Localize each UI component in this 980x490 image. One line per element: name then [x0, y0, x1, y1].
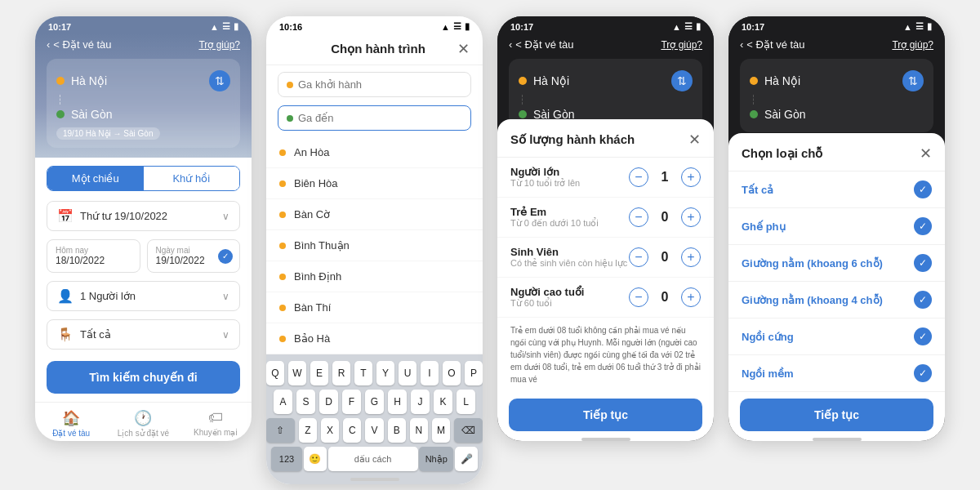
- list-item[interactable]: An Hòa: [266, 137, 483, 168]
- key-d[interactable]: D: [319, 390, 338, 414]
- destination-name-4: Sài Gòn: [764, 108, 924, 121]
- help-link-1[interactable]: Trợ giúp?: [198, 39, 240, 51]
- seat-type-row[interactable]: 🪑 Tất cả ∨: [47, 319, 240, 350]
- seat-icon: 🪑: [57, 327, 74, 342]
- station-dot-6: [279, 305, 286, 311]
- key-v[interactable]: V: [365, 418, 383, 443]
- key-u[interactable]: U: [399, 361, 416, 385]
- departure-input[interactable]: [298, 78, 462, 91]
- key-t[interactable]: T: [354, 361, 372, 385]
- key-y[interactable]: Y: [376, 361, 394, 385]
- key-enter[interactable]: Nhập: [419, 447, 453, 471]
- key-x[interactable]: X: [321, 418, 339, 443]
- seat-type-soft[interactable]: Ngồi mềm ✓: [728, 355, 945, 392]
- adult-decrement[interactable]: −: [629, 167, 648, 187]
- chevron-down-icon-2: ∨: [222, 291, 229, 302]
- tab-one-way[interactable]: Một chiều: [47, 167, 144, 190]
- arrival-input[interactable]: [298, 112, 462, 124]
- student-counter: − 0 +: [629, 247, 701, 267]
- key-z[interactable]: Z: [299, 418, 317, 443]
- status-bar-3: 10:17 ▲ ☰ ▮: [497, 16, 714, 33]
- list-item[interactable]: Bình Định: [266, 261, 483, 292]
- key-n[interactable]: N: [410, 418, 428, 443]
- close-button-seat-type[interactable]: ✕: [920, 145, 932, 163]
- wifi-icon-2: ☰: [453, 21, 461, 32]
- date-picker-row[interactable]: 📅 Thứ tư 19/10/2022 ∨: [47, 201, 240, 231]
- nav-history[interactable]: 🕐 Lịch sử đặt vé: [107, 409, 179, 438]
- list-item[interactable]: Bàn Thí: [266, 292, 483, 323]
- list-item[interactable]: Bảo Hà: [266, 323, 483, 354]
- nav-promotions[interactable]: 🏷 Khuyến mại: [180, 409, 252, 438]
- tomorrow-cell[interactable]: Ngày mai 19/10/2022 ✓: [147, 239, 241, 273]
- swap-button[interactable]: ⇅: [209, 70, 230, 91]
- arrival-search[interactable]: [278, 105, 471, 131]
- back-button-1[interactable]: ‹ < Đặt vé tàu: [47, 38, 112, 51]
- seat-type-all-label: Tất cả: [742, 184, 773, 196]
- seat-type-hard[interactable]: Ngồi cứng ✓: [728, 318, 945, 355]
- senior-decrement[interactable]: −: [629, 287, 648, 307]
- list-item[interactable]: Biên Hòa: [266, 168, 483, 199]
- back-label-3: < Đặt vé tàu: [515, 38, 573, 51]
- key-a[interactable]: A: [274, 390, 292, 414]
- list-item[interactable]: Bình Thuận: [266, 230, 483, 261]
- key-g[interactable]: G: [365, 390, 384, 414]
- key-space[interactable]: dấu cách: [328, 447, 418, 471]
- senior-increment[interactable]: +: [681, 287, 701, 307]
- swap-button-3[interactable]: ⇅: [671, 70, 693, 91]
- continue-button-passengers[interactable]: Tiếp tục: [509, 399, 702, 431]
- close-button-route[interactable]: ✕: [457, 40, 470, 58]
- key-shift[interactable]: ⇧: [266, 418, 295, 443]
- close-button-passengers[interactable]: ✕: [688, 131, 701, 149]
- key-l[interactable]: L: [457, 390, 475, 414]
- seat-type-berth6[interactable]: Giường nằm (khoang 6 chỗ) ✓: [728, 245, 945, 282]
- key-r[interactable]: R: [332, 361, 350, 385]
- seat-type-extra[interactable]: Ghế phụ ✓: [728, 208, 945, 245]
- key-backspace[interactable]: ⌫: [454, 418, 483, 443]
- seat-type-berth4[interactable]: Giường nằm (khoang 4 chỗ) ✓: [728, 282, 945, 318]
- continue-button-seat[interactable]: Tiếp tục: [740, 399, 933, 431]
- key-emoji[interactable]: 🙂: [304, 447, 327, 471]
- today-cell[interactable]: Hôm nay 18/10/2022: [47, 239, 140, 273]
- key-s[interactable]: S: [296, 390, 315, 414]
- back-button-3[interactable]: ‹ < Đặt vé tàu: [509, 38, 574, 51]
- search-button[interactable]: Tìm kiếm chuyến đi: [47, 361, 240, 394]
- child-increment[interactable]: +: [681, 207, 701, 227]
- seat-type-all[interactable]: Tất cả ✓: [728, 172, 945, 208]
- key-m[interactable]: M: [432, 418, 450, 443]
- check-berth6: ✓: [914, 254, 932, 272]
- key-f[interactable]: F: [342, 390, 361, 414]
- key-k[interactable]: K: [434, 390, 452, 414]
- back-button-4[interactable]: ‹ < Đặt vé tàu: [740, 38, 805, 51]
- departure-search[interactable]: [278, 72, 471, 97]
- keyboard-bottom-row: 123 🙂 dấu cách Nhập 🎤: [266, 447, 483, 471]
- key-h[interactable]: H: [388, 390, 407, 414]
- student-decrement[interactable]: −: [629, 247, 648, 267]
- student-increment[interactable]: +: [681, 247, 701, 267]
- time-1: 10:17: [48, 22, 71, 32]
- key-c[interactable]: C: [343, 418, 361, 443]
- help-link-4[interactable]: Trợ giúp?: [892, 39, 933, 51]
- key-mic[interactable]: 🎤: [455, 447, 478, 471]
- key-i[interactable]: I: [421, 361, 439, 385]
- key-123[interactable]: 123: [271, 447, 302, 471]
- key-w[interactable]: W: [288, 361, 306, 385]
- key-o[interactable]: O: [443, 361, 461, 385]
- date-quick-select: Hôm nay 18/10/2022 Ngày mai 19/10/2022 ✓: [47, 239, 240, 273]
- hero-section: ‹ < Đặt vé tàu Trợ giúp? Hà Nội ⇅ Sài Gò…: [35, 33, 252, 158]
- passengers-row[interactable]: 👤 1 Người lớn ∨: [47, 281, 240, 311]
- swap-button-4[interactable]: ⇅: [902, 70, 924, 91]
- key-b[interactable]: B: [388, 418, 406, 443]
- list-item[interactable]: Bàn Cờ: [266, 199, 483, 230]
- key-p[interactable]: P: [465, 361, 483, 385]
- nav-booking[interactable]: 🏠 Đặt vé tàu: [35, 409, 107, 438]
- key-e[interactable]: E: [310, 361, 328, 385]
- key-j[interactable]: J: [411, 390, 430, 414]
- child-decrement[interactable]: −: [629, 207, 648, 227]
- tab-round-trip[interactable]: Khứ hồi: [144, 167, 240, 190]
- adult-increment[interactable]: +: [681, 167, 701, 187]
- keyboard-row-3: ⇧ Z X C V B N M ⌫: [266, 418, 483, 443]
- seat-type-hard-label: Ngồi cứng: [742, 331, 794, 343]
- help-link-3[interactable]: Trợ giúp?: [661, 39, 702, 51]
- key-q[interactable]: Q: [266, 361, 284, 385]
- status-bar-2: 10:16 ▲ ☰ ▮: [266, 16, 483, 33]
